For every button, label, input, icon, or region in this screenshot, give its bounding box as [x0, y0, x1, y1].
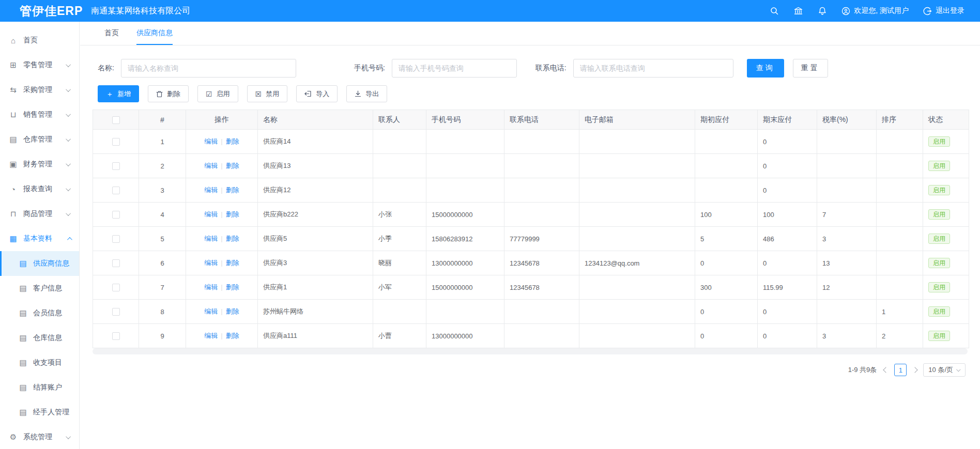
select-all-checkbox[interactable] — [112, 116, 120, 124]
cell-email — [579, 300, 695, 324]
welcome-user[interactable]: 欢迎您, 测试用户 — [841, 6, 909, 16]
page-number-button[interactable]: 1 — [894, 364, 907, 376]
row-checkbox[interactable] — [112, 284, 120, 291]
delete-link[interactable]: 删除 — [226, 332, 239, 339]
add-button[interactable]: ＋ 新增 — [98, 85, 139, 102]
mobile-search-input[interactable] — [392, 59, 517, 78]
column-header-tel: 联系电话 — [504, 110, 579, 130]
tab-home[interactable]: 首页 — [104, 22, 119, 45]
delete-button[interactable]: 删除 — [148, 85, 189, 102]
sidebar-item-goods[interactable]: ⊓商品管理 — [0, 202, 79, 226]
cell-status: 启用 — [923, 300, 969, 324]
tab-supplier-info[interactable]: 供应商信息 — [136, 22, 173, 45]
sidebar-item-settlement-account[interactable]: ▤结算账户 — [0, 375, 79, 400]
page-size-select[interactable]: 10 条/页 — [923, 363, 966, 377]
cell-tax: 3 — [817, 324, 877, 348]
reset-button[interactable]: 重置 — [793, 59, 828, 78]
notification-bell-icon[interactable] — [818, 6, 827, 16]
edit-link[interactable]: 编辑 — [204, 283, 218, 291]
row-checkbox[interactable] — [112, 162, 120, 170]
cell-opening: 5 — [695, 227, 758, 251]
cell-closing: 0 — [758, 178, 817, 203]
edit-link[interactable]: 编辑 — [204, 332, 218, 339]
logout-button[interactable]: 退出登录 — [923, 6, 964, 16]
column-header-mobile: 手机号码 — [426, 110, 504, 130]
search-icon[interactable] — [770, 6, 779, 16]
edit-link[interactable]: 编辑 — [204, 235, 218, 242]
delete-link[interactable]: 删除 — [226, 137, 239, 145]
tel-search-input[interactable] — [573, 59, 733, 78]
delete-link[interactable]: 删除 — [226, 235, 239, 242]
cell-email — [579, 130, 695, 154]
name-search-input[interactable] — [121, 59, 296, 78]
delete-link[interactable]: 删除 — [226, 259, 239, 267]
edit-link[interactable]: 编辑 — [204, 259, 218, 267]
cell-email — [579, 203, 695, 227]
sidebar-item-report[interactable]: ◔报表查询 — [0, 177, 79, 202]
finance-icon: ▣ — [9, 160, 18, 169]
cell-tel — [504, 300, 579, 324]
x-square-icon: ☒ — [255, 90, 262, 98]
sidebar-item-handler-management[interactable]: ▤经手人管理 — [0, 400, 79, 425]
edit-link[interactable]: 编辑 — [204, 137, 218, 145]
sidebar-item-finance[interactable]: ▣财务管理 — [0, 152, 79, 177]
row-checkbox[interactable] — [112, 187, 120, 194]
sidebar-item-warehouse-info[interactable]: ▤仓库信息 — [0, 326, 79, 350]
sidebar-item-sales[interactable]: ⊔销售管理 — [0, 102, 79, 127]
edit-link[interactable]: 编辑 — [204, 162, 218, 169]
enable-button[interactable]: ☑ 启用 — [197, 85, 238, 102]
cell-tax — [817, 300, 877, 324]
chevron-down-icon — [66, 211, 71, 216]
sidebar-item-purchase[interactable]: ⇆采购管理 — [0, 78, 79, 102]
delete-link[interactable]: 删除 — [226, 283, 239, 291]
delete-link[interactable]: 删除 — [226, 307, 239, 315]
sidebar-item-label: 会员信息 — [33, 308, 62, 318]
delete-link[interactable]: 删除 — [226, 210, 239, 218]
sidebar-item-retail[interactable]: ⊞零售管理 — [0, 53, 79, 78]
cell-mobile: 15000000000 — [426, 203, 504, 227]
cell-action: 编辑|删除 — [186, 203, 258, 227]
row-checkbox[interactable] — [112, 332, 120, 340]
edit-link[interactable]: 编辑 — [204, 307, 218, 315]
cell-mobile — [426, 130, 504, 154]
edit-link[interactable]: 编辑 — [204, 186, 218, 194]
sidebar-item-basic-data[interactable]: ▦基本资料 — [0, 226, 79, 251]
export-button[interactable]: 导出 — [346, 85, 387, 102]
row-checkbox[interactable] — [112, 235, 120, 243]
cell-index: 3 — [139, 178, 186, 203]
cell-contact: 小季 — [373, 227, 426, 251]
cell-closing: 100 — [758, 203, 817, 227]
table-row: 8编辑|删除苏州蜗牛网络001启用 — [93, 300, 969, 324]
import-button[interactable]: 导入 — [296, 85, 338, 102]
cell-sort — [877, 275, 923, 300]
row-checkbox[interactable] — [112, 259, 120, 267]
sidebar-item-member-info[interactable]: ▤会员信息 — [0, 301, 79, 326]
row-checkbox[interactable] — [112, 138, 120, 146]
query-button[interactable]: 查询 — [747, 59, 784, 78]
cell-action: 编辑|删除 — [186, 251, 258, 275]
row-checkbox[interactable] — [112, 211, 120, 219]
sidebar-item-supplier-info[interactable]: ▤供应商信息 — [0, 251, 79, 276]
sidebar-item-home[interactable]: ⌂首页 — [0, 28, 79, 53]
sidebar-item-income-expense[interactable]: ▤收支项目 — [0, 350, 79, 375]
cell-email: 1234123@qq.com — [579, 251, 695, 275]
cell-sort — [877, 251, 923, 275]
cell-opening: 100 — [695, 203, 758, 227]
next-page-icon[interactable] — [912, 367, 918, 373]
disable-button[interactable]: ☒ 禁用 — [247, 85, 288, 102]
delete-link[interactable]: 删除 — [226, 186, 239, 194]
sidebar-item-system[interactable]: ⚙系统管理 — [0, 425, 79, 449]
retail-icon: ⊞ — [9, 60, 18, 70]
delete-link[interactable]: 删除 — [226, 162, 239, 169]
bank-icon[interactable] — [793, 6, 803, 16]
table-header-row: #操作名称联系人手机号码联系电话电子邮箱期初应付期末应付税率(%)排序状态 — [93, 110, 969, 130]
cell-sort — [877, 130, 923, 154]
sidebar-item-warehouse[interactable]: ▤仓库管理 — [0, 127, 79, 152]
status-badge: 启用 — [928, 306, 950, 317]
sidebar-item-customer-info[interactable]: ▤客户信息 — [0, 276, 79, 301]
import-icon — [304, 90, 312, 97]
prev-page-icon[interactable] — [883, 367, 889, 373]
horizontal-scrollbar[interactable] — [93, 348, 968, 354]
row-checkbox[interactable] — [112, 308, 120, 316]
edit-link[interactable]: 编辑 — [204, 210, 218, 218]
